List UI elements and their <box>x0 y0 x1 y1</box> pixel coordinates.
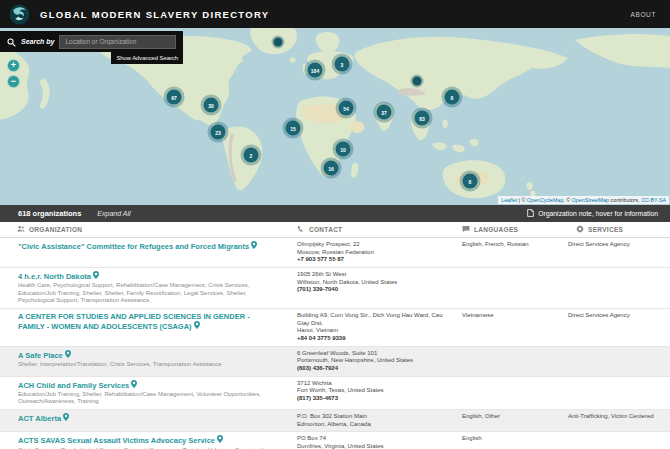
languages-cell: English, Other <box>455 413 565 428</box>
organization-note-hint[interactable]: Organization note, hover for information <box>527 209 658 218</box>
organization-cell: "Civic Assistance" Committee for Refugee… <box>0 241 290 264</box>
organization-name-link[interactable]: ACT Alberta <box>18 413 278 423</box>
map-zoom-control: + − <box>7 59 20 88</box>
opencyclemap-link[interactable]: OpenCycleMap <box>527 197 564 203</box>
contact-cell: PO Box 74Dumfries, Virginia, United Stat… <box>290 435 455 449</box>
expand-all-button[interactable]: Expand All <box>97 210 130 217</box>
organization-name-link[interactable]: ACTS SAVAS Sexual Assault Victims Advoca… <box>18 435 278 445</box>
zoom-in-button[interactable]: + <box>7 59 20 72</box>
organization-name-link[interactable]: ACH Child and Family Services <box>18 380 278 390</box>
map-cluster-marker[interactable]: 2 <box>244 148 259 163</box>
organization-name-link[interactable]: 4 h.e.r. North Dakota <box>18 271 278 281</box>
marker-layer: 9730232151843854378310168 <box>0 28 670 205</box>
map-cluster-marker[interactable]: 54 <box>339 101 354 116</box>
map-pin-icon[interactable] <box>93 272 99 281</box>
column-header-languages: LANGUAGES <box>455 225 565 234</box>
languages-cell <box>455 271 565 305</box>
leaflet-link[interactable]: Leaflet <box>501 197 517 203</box>
org-table-body: "Civic Assistance" Committee for Refugee… <box>0 238 670 449</box>
license-link[interactable]: CC-BY-SA <box>641 197 666 203</box>
column-header-contact: CONTACT <box>290 225 455 234</box>
map-pin-icon[interactable] <box>63 414 69 423</box>
speech-bubble-icon <box>462 225 470 234</box>
map-cluster-marker[interactable]: 83 <box>415 111 430 126</box>
contact-phone: (817) 335-4673 <box>297 395 447 403</box>
languages-cell: English <box>455 435 565 449</box>
contact-address: 6 Greenleaf Woods, Suite 101Portsmouth, … <box>297 350 447 365</box>
world-map[interactable]: 9730232151843854378310168 Search by Show… <box>0 28 670 205</box>
search-icon <box>7 33 16 51</box>
column-label: SERVICES <box>588 226 623 233</box>
contact-phone: (701) 339-7040 <box>297 286 447 294</box>
openstreetmap-link[interactable]: OpenStreetMap <box>572 197 609 203</box>
organization-cell: A Safe Place Shelter, Interpretation/Tra… <box>0 350 290 373</box>
search-bar: Search by <box>0 31 183 52</box>
map-cluster-marker[interactable]: 97 <box>167 90 182 105</box>
attribution-text: contributors, <box>609 197 641 203</box>
contact-phone: (603) 436-7924 <box>297 365 447 373</box>
table-row[interactable]: A CENTER FOR STUDIES AND APPLIED SCIENCE… <box>0 309 670 347</box>
advanced-search-toggle[interactable]: Show Advanced Search <box>111 52 183 64</box>
map-cluster-marker[interactable]: 184 <box>308 63 323 78</box>
organization-name-link[interactable]: "Civic Assistance" Committee for Refugee… <box>18 241 278 251</box>
map-pin-icon[interactable] <box>131 381 137 390</box>
contact-cell: 3712 WichitaFort Worth, Texas, United St… <box>290 380 455 406</box>
table-row[interactable]: ACT Alberta P.O. Box 302 Station MainEdm… <box>0 410 670 432</box>
globe-logo-icon[interactable] <box>9 4 30 25</box>
contact-address: P.O. Box 302 Station MainEdmonton, Alber… <box>297 413 447 428</box>
column-header-organization: ORGANIZATION <box>0 225 290 234</box>
services-cell <box>565 350 670 373</box>
map-pin-icon[interactable] <box>251 242 257 251</box>
languages-cell: Vietnamese <box>455 312 565 343</box>
map-cluster-marker[interactable]: 15 <box>286 121 301 136</box>
table-row[interactable]: ACH Child and Family Services Education/… <box>0 377 670 410</box>
contact-cell: P.O. Box 302 Station MainEdmonton, Alber… <box>290 413 455 428</box>
map-cluster-marker[interactable]: 10 <box>336 142 351 157</box>
organization-cell: ACTS SAVAS Sexual Assault Victims Advoca… <box>0 435 290 449</box>
map-cluster-marker[interactable]: 3 <box>335 57 350 72</box>
map-point-marker[interactable] <box>413 77 422 86</box>
languages-cell <box>455 380 565 406</box>
map-cluster-marker[interactable]: 30 <box>204 98 219 113</box>
table-row[interactable]: "Civic Assistance" Committee for Refugee… <box>0 238 670 268</box>
note-label: Organization note, hover for information <box>538 210 658 217</box>
map-attribution: Leaflet | © OpenCycleMap, © OpenStreetMa… <box>498 196 669 204</box>
languages-cell: English, French, Russian <box>455 241 565 264</box>
organization-name-link[interactable]: A CENTER FOR STUDIES AND APPLIED SCIENCE… <box>18 312 278 332</box>
services-cell <box>565 435 670 449</box>
services-cell: Direct Services Agency <box>565 312 670 343</box>
about-link[interactable]: ABOUT <box>631 11 656 18</box>
map-pin-icon[interactable] <box>65 351 71 360</box>
table-row[interactable]: 4 h.e.r. North Dakota Health Care, Psych… <box>0 268 670 309</box>
organization-name-link[interactable]: A Safe Place <box>18 350 278 360</box>
contact-phone: +7 903 577 55 87 <box>297 256 447 264</box>
table-row[interactable]: ACTS SAVAS Sexual Assault Victims Advoca… <box>0 432 670 449</box>
map-point-marker[interactable] <box>274 38 283 47</box>
zoom-out-button[interactable]: − <box>7 75 20 88</box>
map-pin-icon[interactable] <box>217 436 223 445</box>
gear-icon <box>576 225 584 234</box>
table-row[interactable]: A Safe Place Shelter, Interpretation/Tra… <box>0 347 670 377</box>
map-pin-icon[interactable] <box>194 322 200 331</box>
languages-cell <box>455 350 565 373</box>
search-input[interactable] <box>59 35 176 49</box>
attribution-text: | © <box>517 197 527 203</box>
map-cluster-marker[interactable]: 8 <box>463 174 478 189</box>
contact-cell: 6 Greenleaf Woods, Suite 101Portsmouth, … <box>290 350 455 373</box>
map-cluster-marker[interactable]: 23 <box>211 125 226 140</box>
contact-address: PO Box 74Dumfries, Virginia, United Stat… <box>297 435 447 449</box>
contact-cell: Olimpijsky Prospect, 22Moscow, Russian F… <box>290 241 455 264</box>
page-title: GLOBAL MODERN SLAVERY DIRECTORY <box>40 9 269 20</box>
map-cluster-marker[interactable]: 16 <box>324 161 339 176</box>
organization-services-subtext: Shelter, Interpretation/Translation, Cri… <box>18 361 278 369</box>
column-label: CONTACT <box>309 226 342 233</box>
organization-services-subtext: Health Care, Psychological Support, Reha… <box>18 282 278 305</box>
column-label: LANGUAGES <box>474 226 518 233</box>
organization-services-subtext: Education/Job Training, Shelter, Rehabil… <box>18 391 278 406</box>
note-document-icon <box>527 209 534 218</box>
map-cluster-marker[interactable]: 37 <box>377 105 392 120</box>
contact-address: 3712 WichitaFort Worth, Texas, United St… <box>297 380 447 395</box>
map-cluster-marker[interactable]: 8 <box>445 90 460 105</box>
contact-cell: Building A9, Com Vong Str., Dich Vong Ha… <box>290 312 455 343</box>
contact-phone: +84 04 3775 9339 <box>297 335 447 343</box>
